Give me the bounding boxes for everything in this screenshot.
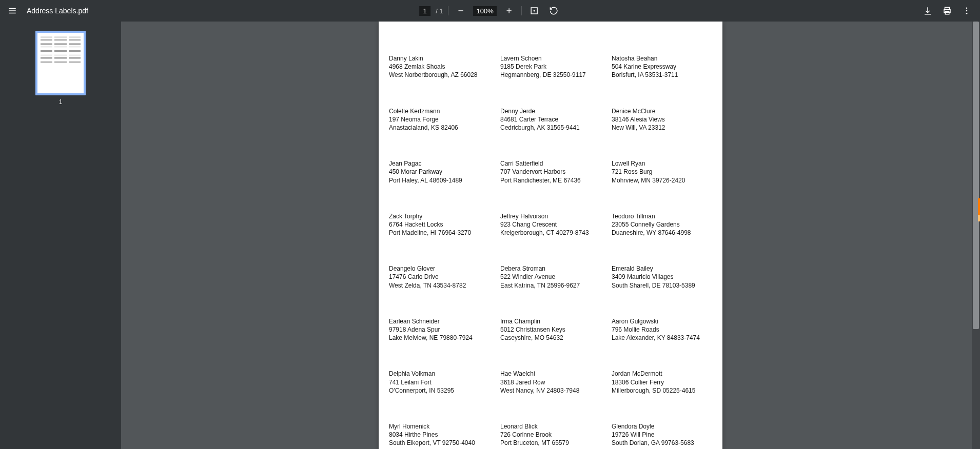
label-name: Leonard Blick — [500, 422, 612, 431]
find-marker — [978, 198, 980, 215]
minus-icon — [457, 7, 465, 15]
label-name: Natosha Beahan — [612, 54, 723, 63]
thumbnail-page-number: 1 — [59, 98, 63, 106]
label-city: West Nancy, NV 24803-7948 — [500, 386, 612, 395]
label-city: West Zelda, TN 43534-8782 — [389, 281, 500, 290]
label-city: East Katrina, TN 25996-9627 — [500, 281, 612, 290]
address-label: Danny Lakin4968 Zemlak ShoalsWest Norber… — [389, 54, 500, 79]
page-total-label: / 1 — [436, 7, 443, 15]
menu-button[interactable] — [6, 5, 18, 17]
label-street: 8034 Hirthe Pines — [389, 431, 500, 439]
label-street: 726 Corinne Brook — [500, 431, 612, 439]
scrollbar-thumb[interactable] — [973, 22, 979, 329]
address-label: Jeffrey Halvorson923 Chang CrescentKreig… — [500, 212, 612, 237]
label-street: 923 Chang Crescent — [500, 220, 612, 229]
address-label: Debera Stroman522 Windler AvenueEast Kat… — [500, 264, 612, 290]
toolbar-divider — [521, 6, 522, 15]
label-street: 721 Ross Burg — [612, 168, 723, 176]
label-city: Lake Alexander, KY 84833-7474 — [612, 334, 723, 342]
label-name: Teodoro Tillman — [612, 212, 723, 220]
svg-point-15 — [966, 13, 968, 14]
address-label: Glendora Doyle19726 Will PineSouth Doria… — [612, 422, 723, 447]
label-name: Carri Satterfield — [500, 159, 612, 168]
label-city: South Sharell, DE 78103-5389 — [612, 281, 723, 290]
more-button[interactable] — [959, 4, 974, 18]
address-label: Aaron Gulgowski796 Mollie RoadsLake Alex… — [612, 317, 723, 342]
address-label: Deangelo Glover17476 Carlo DriveWest Zel… — [389, 264, 500, 290]
page-thumbnail-1[interactable] — [35, 31, 86, 95]
label-city: Lake Melview, NE 79880-7924 — [389, 334, 500, 342]
label-street: 17476 Carlo Drive — [389, 273, 500, 281]
pdf-page: Danny Lakin4968 Zemlak ShoalsWest Norber… — [379, 22, 722, 449]
address-label: Earlean Schneider97918 Adena SpurLake Me… — [389, 317, 500, 342]
label-name: Emerald Bailey — [612, 264, 723, 273]
more-vertical-icon — [962, 6, 971, 15]
label-street: 504 Karine Expressway — [612, 63, 723, 71]
label-name: Zack Torphy — [389, 212, 500, 220]
fit-page-icon — [530, 6, 539, 15]
label-street: 84681 Carter Terrace — [500, 115, 612, 124]
label-name: Earlean Schneider — [389, 317, 500, 325]
label-name: Denny Jerde — [500, 107, 612, 115]
label-name: Irma Champlin — [500, 317, 612, 325]
address-label: Denice McClure38146 Alesia ViewsNew Will… — [612, 107, 723, 132]
label-city: Caseyshire, MO 54632 — [500, 334, 612, 342]
label-city: Mohrview, MN 39726-2420 — [612, 176, 723, 185]
address-label: Lowell Ryan721 Ross BurgMohrview, MN 397… — [612, 159, 723, 185]
label-name: Jordan McDermott — [612, 370, 723, 378]
label-name: Aaron Gulgowski — [612, 317, 723, 325]
label-name: Danny Lakin — [389, 54, 500, 63]
label-city: Hegmannberg, DE 32550-9117 — [500, 71, 612, 79]
address-label: Hae Waelchi3618 Jared RowWest Nancy, NV … — [500, 370, 612, 395]
label-city: South Dorian, GA 99763-5683 — [612, 439, 723, 447]
zoom-out-button[interactable] — [454, 4, 468, 18]
print-icon — [943, 6, 952, 15]
address-label: Jordan McDermott18306 Collier FerryMille… — [612, 370, 723, 395]
print-button[interactable] — [940, 4, 954, 18]
label-city: New Will, VA 23312 — [612, 124, 723, 132]
address-label: Carri Satterfield707 Vandervort HarborsP… — [500, 159, 612, 185]
label-street: 450 Morar Parkway — [389, 168, 500, 176]
label-city: Port Madeline, HI 76964-3270 — [389, 229, 500, 237]
pdf-toolbar: Address Labels.pdf / 1 100% — [0, 0, 980, 22]
label-street: 3618 Jared Row — [500, 378, 612, 386]
zoom-level[interactable]: 100% — [474, 6, 497, 16]
label-city: South Elkeport, VT 92750-4040 — [389, 439, 500, 447]
download-button[interactable] — [920, 4, 935, 18]
label-city: Duaneshire, WY 87646-4998 — [612, 229, 723, 237]
label-name: Myrl Homenick — [389, 422, 500, 431]
label-name: Denice McClure — [612, 107, 723, 115]
label-city: Kreigerborough, CT 40279-8743 — [500, 229, 612, 237]
label-street: 522 Windler Avenue — [500, 273, 612, 281]
label-street: 38146 Alesia Views — [612, 115, 723, 124]
address-label: Myrl Homenick8034 Hirthe PinesSouth Elke… — [389, 422, 500, 447]
page-number-input[interactable] — [419, 6, 430, 16]
fit-page-button[interactable] — [527, 4, 541, 18]
document-viewer[interactable]: Danny Lakin4968 Zemlak ShoalsWest Norber… — [121, 22, 980, 449]
label-city: Millerborough, SD 05225-4615 — [612, 386, 723, 395]
find-marker — [978, 215, 980, 221]
label-name: Delphia Volkman — [389, 370, 500, 378]
plus-icon — [505, 7, 513, 15]
label-name: Jeffrey Halvorson — [500, 212, 612, 220]
label-name: Deangelo Glover — [389, 264, 500, 273]
address-label: Jean Pagac450 Morar ParkwayPort Haley, A… — [389, 159, 500, 185]
label-name: Lowell Ryan — [612, 159, 723, 168]
rotate-icon — [549, 6, 558, 15]
label-name: Colette Kertzmann — [389, 107, 500, 115]
zoom-in-button[interactable] — [502, 4, 516, 18]
toolbar-divider — [448, 6, 449, 15]
label-city: Anastacialand, KS 82406 — [389, 124, 500, 132]
label-street: 9185 Derek Park — [500, 63, 612, 71]
scrollbar-track[interactable] — [972, 22, 980, 449]
rotate-button[interactable] — [546, 4, 561, 18]
address-label: Leonard Blick726 Corinne BrookPort Bruce… — [500, 422, 612, 447]
label-city: Borisfurt, IA 53531-3711 — [612, 71, 723, 79]
label-street: 3409 Mauricio Villages — [612, 273, 723, 281]
address-label: Teodoro Tillman23055 Connelly GardensDua… — [612, 212, 723, 237]
address-label: Emerald Bailey3409 Mauricio VillagesSout… — [612, 264, 723, 290]
label-street: 18306 Collier Ferry — [612, 378, 723, 386]
label-name: Glendora Doyle — [612, 422, 723, 431]
label-street: 741 Leilani Fort — [389, 378, 500, 386]
label-street: 5012 Christiansen Keys — [500, 325, 612, 334]
